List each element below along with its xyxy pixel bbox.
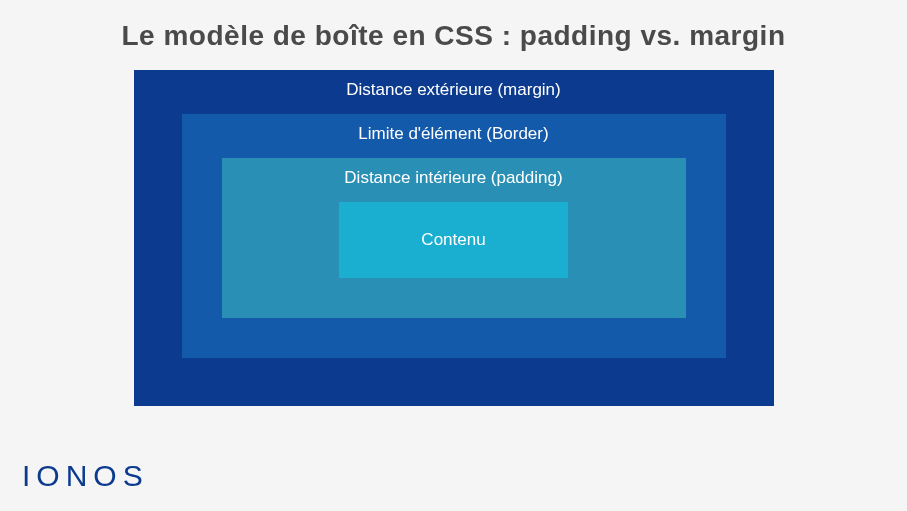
box-model-diagram: Distance extérieure (margin) Limite d'él… (0, 70, 907, 406)
content-box: Contenu (339, 202, 567, 278)
margin-box: Distance extérieure (margin) Limite d'él… (134, 70, 774, 406)
content-label: Contenu (339, 230, 567, 250)
padding-box: Distance intérieure (padding) Contenu (222, 158, 686, 318)
margin-label: Distance extérieure (margin) (182, 70, 726, 114)
border-label: Limite d'élément (Border) (222, 114, 686, 158)
page-title: Le modèle de boîte en CSS : padding vs. … (0, 0, 907, 70)
ionos-logo: IONOS (22, 459, 149, 493)
border-box: Limite d'élément (Border) Distance intér… (182, 114, 726, 358)
padding-label: Distance intérieure (padding) (270, 158, 638, 202)
